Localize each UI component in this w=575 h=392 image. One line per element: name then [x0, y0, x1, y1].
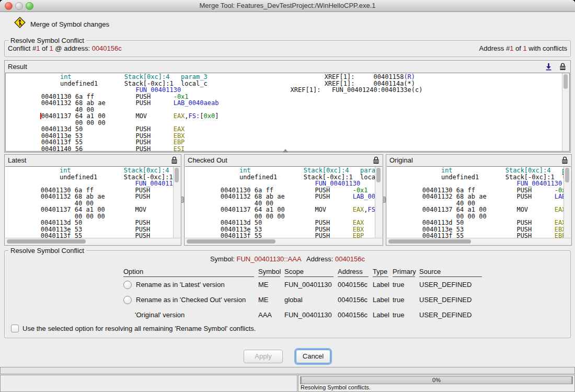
- horizontal-scrollbar[interactable]: [185, 238, 382, 245]
- goto-marker-icon[interactable]: [545, 63, 553, 73]
- primary-cell: true: [393, 296, 415, 304]
- column-header: Primary: [393, 268, 415, 277]
- column-header: Symbol: [258, 268, 280, 277]
- option-label: Rename as in 'Latest' version: [136, 281, 225, 289]
- status-right-panel: 0% Resolving Symbol conflicts.: [298, 375, 575, 392]
- column-header: Scope: [284, 268, 334, 277]
- result-panel: Result int S: [4, 60, 571, 153]
- original-listing[interactable]: int Stack[0xc]:4 param_3 XREF[1]: 004011…: [387, 166, 571, 238]
- lock-icon: [373, 156, 380, 166]
- lock-icon: [559, 63, 566, 73]
- lock-icon: [561, 156, 568, 166]
- conflict-option-table: OptionSymbolScopeAddressTypePrimarySourc…: [123, 267, 482, 322]
- option-cell: 'Original' version: [123, 311, 254, 319]
- phase-title: Merge of Symbol changes: [30, 20, 109, 28]
- scrollbar-thumb[interactable]: [376, 168, 381, 182]
- result-panel-header: Result: [5, 61, 570, 73]
- latest-listing[interactable]: int Stack[0xc]:4 param_3 XREF[1]: 004011…: [5, 166, 180, 238]
- option-cell[interactable]: Rename as in 'Checked Out' version: [123, 296, 254, 304]
- column-header: Option: [123, 268, 254, 277]
- status-line: [0, 367, 575, 374]
- merge-tool-window: Merge Tool: Features_DevTestProject:/Win…: [0, 0, 575, 392]
- cancel-button[interactable]: Cancel: [296, 350, 330, 363]
- option-label: Rename as in 'Checked Out' version: [136, 296, 246, 304]
- groupbox-title: Resolve Symbol Conflict: [8, 247, 86, 255]
- vertical-scrollbar[interactable]: [173, 167, 180, 238]
- window-title: Merge Tool: Features_DevTestProject:/Win…: [0, 2, 575, 9]
- result-listing-text[interactable]: int Stack[0xc]:4 param_3 XREF[1]: 004011…: [6, 73, 569, 151]
- original-panel-title: Original: [389, 156, 413, 164]
- symbol-address-line: Symbol: FUN_00401130::AAA Address: 00401…: [5, 255, 570, 263]
- radio-button[interactable]: [123, 281, 132, 289]
- lock-icon: [171, 156, 178, 166]
- scrollbar-thumb[interactable]: [187, 239, 275, 244]
- scope-cell: FUN_00401130: [284, 281, 334, 289]
- groupbox-title: Resolve Symbol Conflict: [8, 37, 86, 44]
- horizontal-splitter-handle[interactable]: [283, 149, 288, 152]
- address-cell: 0040156c: [338, 296, 369, 304]
- original-listing-text[interactable]: int Stack[0xc]:4 param_3 XREF[1]: 004011…: [387, 167, 571, 238]
- result-listing[interactable]: int Stack[0xc]:4 param_3 XREF[1]: 004011…: [5, 73, 570, 152]
- option-label: 'Original' version: [135, 311, 185, 319]
- vertical-scrollbar[interactable]: [564, 167, 571, 238]
- primary-cell: true: [393, 311, 415, 319]
- option-cell[interactable]: Rename as in 'Latest' version: [123, 281, 254, 289]
- progress-bar: 0%: [300, 376, 573, 384]
- radio-spacer: [123, 312, 131, 319]
- source-cell: USER_DEFINED: [419, 281, 482, 289]
- scope-cell: FUN_00401130: [284, 311, 334, 319]
- address-cell: 0040156c: [338, 311, 369, 319]
- scrollbar-thumb[interactable]: [7, 239, 86, 244]
- conflict-counter: Conflict #1 of 1 @ address: 0040156c: [8, 44, 122, 52]
- checked-out-listing-text[interactable]: int Stack[0xc]:4 param_3 XREF[1]: 004011…: [185, 167, 382, 238]
- latest-panel: Latest int Stack[0xc]:4 param_3 XREF[1]:…: [4, 154, 181, 246]
- checked-out-panel-title: Checked Out: [188, 156, 227, 164]
- merge-sign-icon: [14, 17, 26, 30]
- checked-out-panel: Checked Out int Stack[0xc]:4 param_3 XRE…: [184, 154, 383, 246]
- checked-out-listing[interactable]: int Stack[0xc]:4 param_3 XREF[1]: 004011…: [185, 166, 382, 238]
- resolve-conflict-groupbox: Resolve Symbol Conflict Symbol: FUN_0040…: [4, 250, 571, 338]
- result-panel-title: Result: [8, 63, 27, 71]
- radio-button[interactable]: [123, 296, 132, 304]
- type-cell: Label: [373, 311, 388, 319]
- address-cell: 0040156c: [338, 281, 369, 289]
- scrollbar-thumb[interactable]: [388, 239, 471, 244]
- original-panel: Original int Stack[0xc]:4 param_3 XREF[1…: [386, 154, 572, 246]
- listing-cursor: [40, 113, 41, 119]
- title-bar: Merge Tool: Features_DevTestProject:/Win…: [0, 0, 575, 12]
- source-cell: USER_DEFINED: [419, 311, 482, 319]
- primary-cell: true: [393, 281, 415, 289]
- use-for-all-label: Use the selected option for resolving al…: [22, 325, 256, 332]
- scrollbar-thumb[interactable]: [565, 168, 569, 182]
- symbol-cell: ME: [258, 281, 280, 289]
- result-vertical-scrollbar[interactable]: [562, 73, 569, 151]
- address-counter: Address #1 of 1 with conflicts: [479, 44, 567, 52]
- horizontal-scrollbar[interactable]: [5, 238, 180, 245]
- vertical-scrollbar[interactable]: [375, 167, 382, 238]
- scrollbar-thumb[interactable]: [564, 74, 568, 89]
- apply-button[interactable]: Apply: [244, 350, 283, 363]
- column-header: Type: [373, 268, 388, 277]
- scrollbar-thumb[interactable]: [175, 168, 179, 182]
- latest-panel-title: Latest: [8, 156, 26, 164]
- symbol-cell: ME: [258, 296, 280, 304]
- column-header: Source: [419, 268, 482, 277]
- source-cell: USER_DEFINED: [419, 296, 482, 304]
- type-cell: Label: [373, 296, 388, 304]
- column-header: Address: [338, 268, 369, 277]
- symbol-cell: AAA: [258, 311, 280, 319]
- conflict-info-groupbox: Resolve Symbol Conflict Conflict #1 of 1…: [4, 40, 571, 57]
- horizontal-scrollbar[interactable]: [387, 238, 571, 245]
- use-for-all-checkbox[interactable]: [11, 325, 19, 332]
- scope-cell: global: [284, 296, 334, 304]
- progress-message: Resolving Symbol conflicts.: [301, 384, 371, 390]
- latest-listing-text[interactable]: int Stack[0xc]:4 param_3 XREF[1]: 004011…: [5, 167, 180, 238]
- type-cell: Label: [373, 281, 388, 289]
- status-left-panel: [0, 375, 297, 392]
